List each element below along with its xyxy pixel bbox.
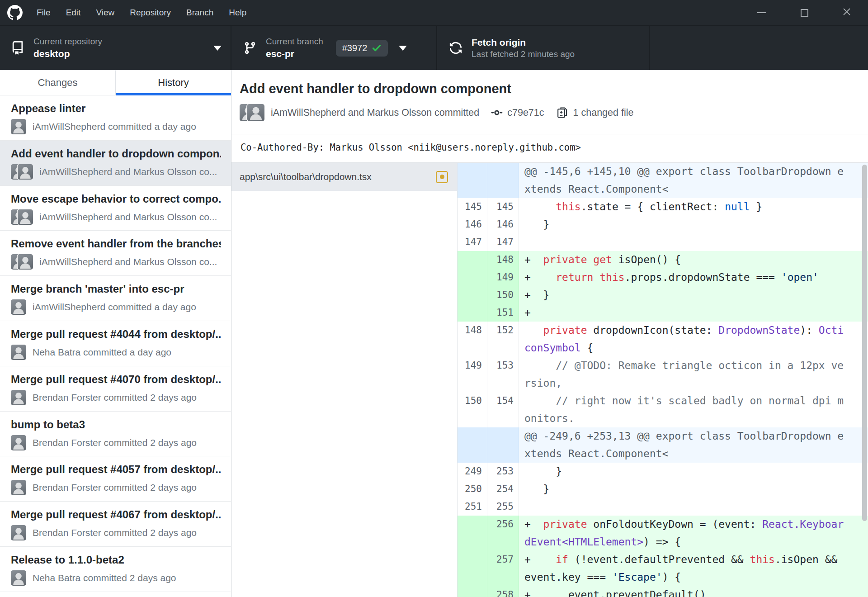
- avatar: [11, 570, 26, 586]
- diff-row: 257 + if (!event.defaultPrevented && thi…: [458, 551, 868, 586]
- commit-list-item[interactable]: Merge pull request #4067 from desktop/..…: [0, 502, 231, 547]
- commit-byline: Brendan Forster committed 2 days ago: [33, 392, 197, 403]
- commit-byline: Brendan Forster committed 2 days ago: [33, 437, 197, 448]
- diff-code-line: }: [519, 480, 868, 498]
- commit-title: Add event handler to dropdown component: [240, 81, 859, 96]
- diff-row: 151 +: [458, 304, 868, 322]
- file-diff-icon: [556, 106, 569, 119]
- diff-code-line: [519, 498, 868, 516]
- commit-byline: iAmWillShepherd and Markus Olsson co...: [39, 256, 217, 267]
- commit-list-item[interactable]: Merge pull request #4044 from desktop/..…: [0, 321, 231, 366]
- diff-new-line-number: 256: [487, 516, 519, 551]
- commit-list-item[interactable]: Release to 1.1.0-beta2 Neha Batra commit…: [0, 547, 231, 592]
- diff-code-line: }: [519, 463, 868, 480]
- diff-old-line-number: 251: [458, 498, 487, 516]
- avatar: [11, 525, 26, 540]
- commit-title: Release to 1.1.0-beta2: [11, 554, 221, 566]
- diff-old-line-number: 149: [458, 357, 487, 392]
- diff-row: 258 + event.preventDefault(): [458, 586, 868, 597]
- window-controls: [741, 0, 868, 25]
- fetch-origin-sublabel: Last fetched 2 minutes ago: [472, 50, 575, 59]
- tab-changes[interactable]: Changes: [0, 70, 115, 95]
- commit-byline: iAmWillShepherd and Markus Olsson commit…: [271, 107, 479, 118]
- diff-new-line-number: 148: [487, 251, 519, 269]
- diff-new-line-number: 146: [487, 216, 519, 233]
- commit-list-item[interactable]: bump to beta3 Brendan Forster committed …: [0, 412, 231, 457]
- diff-old-line-number: [458, 551, 487, 586]
- menu-item[interactable]: Branch: [179, 1, 221, 24]
- diff-new-line-number: 150: [487, 286, 519, 304]
- commit-byline: Brendan Forster committed 2 days ago: [33, 482, 197, 493]
- commit-list-item[interactable]: Merge pull request #4057 from desktop/..…: [0, 456, 231, 502]
- diff-code-line: // right now it's scaled badly on normal…: [519, 392, 868, 427]
- diff-new-line-number: 152: [487, 322, 519, 357]
- diff-code-line: [519, 233, 868, 251]
- diff-old-line-number: [458, 251, 487, 269]
- maximize-button[interactable]: [783, 0, 826, 25]
- diff-old-line-number: [458, 516, 487, 551]
- menu-item[interactable]: Edit: [58, 1, 89, 24]
- commit-list-item[interactable]: Move escape behavior to correct compo...…: [0, 186, 231, 231]
- diff-row: 147 147: [458, 233, 868, 251]
- diff-old-line-number: 146: [458, 216, 487, 233]
- diff-old-line-number: [458, 427, 487, 463]
- diff-old-line-number: 250: [458, 480, 487, 498]
- commit-byline: Brendan Forster committed 2 days ago: [33, 527, 197, 538]
- diff-row: 148 152 private dropdownIcon(state: Drop…: [458, 322, 868, 357]
- commit-list-item[interactable]: Add event handler to dropdown compon... …: [0, 141, 231, 186]
- fetch-origin-button[interactable]: Fetch origin Last fetched 2 minutes ago: [437, 26, 650, 70]
- menu-item[interactable]: Help: [221, 1, 254, 24]
- commit-title: Remove event handler from the branches..: [11, 237, 221, 250]
- close-button[interactable]: [826, 0, 868, 25]
- avatar-group: [11, 254, 33, 270]
- diff-panel: @@ -145,6 +145,10 @@ export class Toolba…: [458, 163, 868, 597]
- check-icon: [372, 43, 382, 53]
- menu-item[interactable]: View: [88, 1, 122, 24]
- avatar: [11, 390, 26, 405]
- avatar-group: [11, 209, 33, 225]
- avatar-group: [11, 119, 26, 134]
- git-commit-icon: [491, 107, 503, 118]
- current-repository-label: Current repository: [33, 37, 102, 47]
- diff-old-line-number: 145: [458, 198, 487, 216]
- current-repository-button[interactable]: Current repository desktop: [0, 26, 231, 70]
- diff-new-line-number: 153: [487, 357, 519, 392]
- diff-code-line: + }: [519, 286, 868, 304]
- commit-list-item[interactable]: Appease linter iAmWillShepherd committed…: [0, 95, 231, 141]
- commit-list-item[interactable]: Merge pull request #4070 from desktop/..…: [0, 366, 231, 412]
- tab-history[interactable]: History: [115, 70, 231, 95]
- chevron-down-icon: [213, 46, 222, 51]
- minimize-button[interactable]: [741, 0, 783, 25]
- diff-row: 150 + }: [458, 286, 868, 304]
- diff-new-line-number: [487, 163, 519, 198]
- menu-item[interactable]: Repository: [122, 1, 179, 24]
- commit-description: Co-Authored-By: Markus Olsson <niik@user…: [231, 134, 868, 162]
- commit-title: Merge pull request #4044 from desktop/..…: [11, 328, 221, 341]
- commit-list-item[interactable]: Merge branch 'master' into esc-pr iAmWil…: [0, 276, 231, 321]
- fetch-origin-label: Fetch origin: [472, 37, 575, 47]
- avatar-group: [11, 164, 33, 180]
- avatar-group: [11, 345, 26, 360]
- current-branch-button[interactable]: Current branch esc-pr #3972: [231, 26, 437, 70]
- diff-new-line-number: 254: [487, 480, 519, 498]
- avatar-group: [11, 525, 26, 540]
- diff-new-line-number: 151: [487, 304, 519, 322]
- diff-old-line-number: 148: [458, 322, 487, 357]
- commit-history-list: Appease linter iAmWillShepherd committed…: [0, 95, 231, 597]
- commit-title: Merge pull request #4070 from desktop/..…: [11, 373, 221, 386]
- scrollbar-thumb[interactable]: [862, 165, 867, 521]
- menu-item[interactable]: File: [29, 1, 58, 24]
- avatar: [11, 299, 26, 315]
- commit-title: Add event handler to dropdown compon...: [11, 147, 221, 160]
- sidebar: Changes History Appease linter iAmWillSh…: [0, 70, 231, 597]
- commit-list-item[interactable]: Remove event handler from the branches..…: [0, 231, 231, 276]
- diff-code-line: + event.preventDefault(): [519, 586, 868, 597]
- github-logo-icon: [7, 5, 23, 20]
- commit-byline: Neha Batra committed a day ago: [33, 347, 171, 358]
- diff-row: 146 146 }: [458, 216, 868, 233]
- file-list-item[interactable]: app\src\ui\toolbar\dropdown.tsx: [231, 163, 457, 191]
- diff-new-line-number: 149: [487, 269, 519, 286]
- diff-new-line-number: 147: [487, 233, 519, 251]
- avatar: [247, 104, 264, 121]
- diff-old-line-number: [458, 163, 487, 198]
